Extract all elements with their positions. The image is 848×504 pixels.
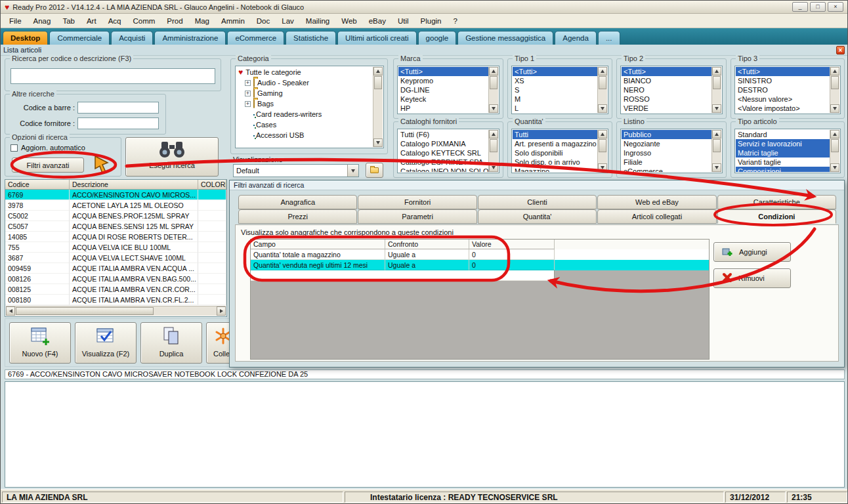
menu-item[interactable]: Mag [189, 15, 215, 27]
scroll-down-icon[interactable] [489, 104, 498, 113]
menu-item[interactable]: File [3, 15, 28, 27]
list-item[interactable]: BIANCO [622, 76, 711, 85]
result-row[interactable]: 008126 ACQUE ITALIA AMBRA VEN.BAG.500... [5, 274, 226, 284]
expand-toggle-icon[interactable]: + [245, 91, 251, 96]
scroll-down-icon[interactable] [712, 163, 721, 172]
minimize-button[interactable]: _ [792, 2, 808, 12]
scroll-up-icon[interactable] [373, 67, 383, 75]
workspace-tab[interactable]: google [418, 31, 457, 45]
listino-listbox[interactable]: PubblicoNegozianteIngrossoFilialeeCommer… [620, 129, 723, 173]
column-header-codice[interactable]: Codice [5, 180, 70, 189]
filter-tab[interactable]: Parametri [358, 209, 477, 224]
scroll-down-icon[interactable] [598, 163, 607, 172]
workspace-tab[interactable]: Commerciale [49, 31, 110, 45]
category-tree-item[interactable]: + ♥ Card readers-writers [236, 109, 373, 119]
tipo-articolo-listbox[interactable]: StandardServizi e lavorazioniMatrici tag… [734, 129, 841, 173]
vertical-scrollbar[interactable] [711, 130, 721, 172]
vertical-scrollbar[interactable] [488, 130, 498, 172]
scroll-down-icon[interactable] [712, 104, 721, 113]
auto-update-checkbox[interactable] [11, 144, 18, 152]
scroll-down-icon[interactable] [830, 163, 839, 172]
list-item[interactable]: Tutti [513, 130, 597, 139]
list-item[interactable]: Matrici taglie [736, 148, 830, 158]
supplier-code-input[interactable] [77, 117, 159, 129]
menu-item[interactable]: Web [335, 15, 362, 27]
menu-item[interactable]: Util [392, 15, 415, 27]
result-row[interactable]: C5002 ACQUA BENES.PROF.125ML SPRAY [5, 211, 226, 221]
list-item[interactable]: Catalogo PIXMANIA [398, 139, 488, 148]
list-item[interactable]: Art. presenti a magazzino [513, 139, 597, 148]
column-header-colore[interactable]: COLORE [198, 180, 226, 189]
vertical-scrollbar[interactable] [597, 130, 607, 172]
scroll-thumb[interactable] [831, 76, 839, 89]
list-item[interactable]: DG-LINE [398, 85, 488, 94]
column-header-campo[interactable]: Campo [251, 240, 385, 249]
workspace-tab[interactable]: Amministrazione [154, 31, 226, 45]
barcode-input[interactable] [77, 102, 159, 114]
scroll-thumb[interactable] [490, 76, 498, 89]
scroll-up-icon[interactable] [830, 130, 839, 138]
result-row[interactable]: 14085 ACQUA DI ROSE ROBERTS DETER... [5, 232, 226, 242]
list-item[interactable]: Catalogo INFO NON SOLO [398, 167, 488, 172]
list-item[interactable]: <Valore impostato> [736, 104, 830, 113]
open-view-folder-button[interactable] [366, 163, 383, 178]
result-row[interactable]: C5057 ACQUA BENES.SENSI 125 ML SPRAY [5, 221, 226, 232]
scroll-thumb[interactable] [599, 139, 606, 152]
close-list-icon[interactable]: × [836, 46, 845, 54]
workspace-tab[interactable]: Statistiche [286, 31, 336, 45]
list-item[interactable]: S [513, 85, 597, 94]
scroll-right-icon[interactable] [217, 306, 226, 316]
visualizzazione-dropdown[interactable]: Default [233, 164, 359, 177]
tipo3-listbox[interactable]: <Tutti>SINISTRODESTRO<Nessun valore><Val… [734, 66, 841, 114]
expand-toggle-icon[interactable]: + [245, 101, 251, 107]
scroll-thumb[interactable] [713, 76, 721, 89]
scroll-up-icon[interactable] [598, 67, 607, 75]
list-item[interactable]: XS [513, 76, 597, 85]
category-tree-item[interactable]: + ♥ Gaming [236, 88, 373, 98]
list-item[interactable]: Standard [736, 130, 830, 139]
result-row[interactable]: 008125 ACQUE ITALIA AMBRA VEN.CR.COR... [5, 284, 226, 295]
dropdown-arrow-icon[interactable] [347, 165, 358, 177]
scroll-up-icon[interactable] [712, 130, 721, 138]
vertical-scrollbar[interactable] [711, 67, 721, 113]
scroll-up-icon[interactable] [712, 67, 721, 75]
scroll-down-icon[interactable] [489, 163, 498, 172]
quantita-listbox[interactable]: TuttiArt. presenti a magazzinoSolo dispo… [511, 129, 608, 173]
menu-item[interactable]: Anag [28, 15, 57, 27]
list-item[interactable]: Composizioni [736, 167, 830, 172]
list-item[interactable]: Catalogo ESPRINET SPA [398, 158, 488, 167]
list-item[interactable]: Negoziante [622, 139, 711, 148]
category-tree-item[interactable]: + ♥ Cases [236, 119, 373, 130]
list-item[interactable]: VERDE [622, 104, 711, 113]
search-input[interactable] [11, 68, 215, 84]
column-header-confronto[interactable]: Confronto [385, 240, 469, 249]
scroll-up-icon[interactable] [489, 67, 498, 75]
scroll-up-icon[interactable] [598, 130, 607, 138]
list-item[interactable]: <Tutti> [398, 67, 488, 76]
tipo1-listbox[interactable]: <Tutti>XSSML [511, 66, 608, 114]
expand-toggle-icon[interactable]: + [245, 80, 251, 86]
category-tree-item[interactable]: + ♥ Audio - Speaker [236, 77, 373, 88]
list-item[interactable]: Ingrosso [622, 148, 711, 158]
result-row[interactable]: 3978 ACETONE LAYLA 125 ML OLEOSO [5, 200, 226, 211]
list-item[interactable]: DESTRO [736, 85, 830, 94]
filter-tab[interactable]: Articoli collegati [597, 209, 716, 224]
list-item[interactable]: Magazzino [513, 167, 597, 172]
filter-tab[interactable]: Condizioni [717, 209, 836, 224]
scroll-down-icon[interactable] [373, 138, 383, 147]
list-item[interactable]: Tutti (F6) [398, 130, 488, 139]
empty-grid-row[interactable] [251, 270, 555, 281]
tipo2-listbox[interactable]: <Tutti>BIANCONEROROSSOVERDE [620, 66, 723, 114]
workspace-tab[interactable]: Agenda [555, 31, 597, 45]
list-item[interactable]: Filiale [622, 158, 711, 167]
scroll-thumb[interactable] [16, 307, 154, 315]
workspace-tab[interactable]: Desktop [3, 31, 48, 45]
scroll-thumb[interactable] [599, 76, 606, 89]
scroll-thumb[interactable] [490, 139, 498, 152]
workspace-tab[interactable]: Gestione messaggistica [457, 31, 553, 45]
column-header-valore[interactable]: Valore [469, 240, 555, 249]
menu-item[interactable]: Mailing [300, 15, 335, 27]
horizontal-scrollbar[interactable] [6, 306, 226, 316]
vertical-scrollbar[interactable] [373, 67, 383, 147]
menu-item[interactable]: Prod [161, 15, 188, 27]
